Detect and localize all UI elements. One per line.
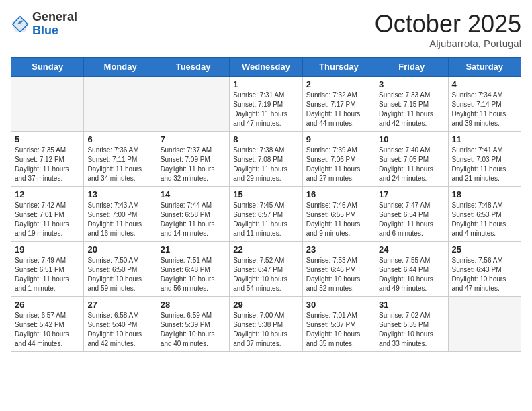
calendar-cell: 27Sunrise: 6:58 AM Sunset: 5:40 PM Dayli… bbox=[84, 296, 157, 351]
day-info: Sunrise: 7:35 AM Sunset: 7:12 PM Dayligh… bbox=[15, 146, 80, 183]
day-of-week-header: Thursday bbox=[302, 57, 375, 76]
calendar-cell: 21Sunrise: 7:51 AM Sunset: 6:48 PM Dayli… bbox=[157, 241, 229, 296]
day-info: Sunrise: 7:02 AM Sunset: 5:35 PM Dayligh… bbox=[379, 311, 444, 349]
day-number: 27 bbox=[87, 300, 152, 310]
day-info: Sunrise: 7:39 AM Sunset: 7:06 PM Dayligh… bbox=[306, 146, 371, 183]
day-info: Sunrise: 6:58 AM Sunset: 5:40 PM Dayligh… bbox=[87, 311, 152, 349]
calendar-cell: 13Sunrise: 7:43 AM Sunset: 7:00 PM Dayli… bbox=[84, 186, 157, 241]
location: Aljubarrota, Portugal bbox=[375, 38, 521, 49]
day-info: Sunrise: 7:31 AM Sunset: 7:19 PM Dayligh… bbox=[233, 91, 298, 128]
day-number: 31 bbox=[379, 300, 444, 310]
calendar-header-row: SundayMondayTuesdayWednesdayThursdayFrid… bbox=[11, 57, 521, 76]
calendar-cell: 16Sunrise: 7:46 AM Sunset: 6:55 PM Dayli… bbox=[302, 186, 375, 241]
logo-icon bbox=[11, 15, 30, 34]
calendar-cell: 6Sunrise: 7:36 AM Sunset: 7:11 PM Daylig… bbox=[84, 131, 157, 186]
day-number: 8 bbox=[233, 134, 298, 144]
day-info: Sunrise: 7:45 AM Sunset: 6:57 PM Dayligh… bbox=[233, 201, 298, 238]
day-number: 3 bbox=[379, 79, 444, 89]
calendar-cell: 24Sunrise: 7:55 AM Sunset: 6:44 PM Dayli… bbox=[375, 241, 448, 296]
day-number: 12 bbox=[15, 189, 80, 199]
logo: General Blue bbox=[11, 11, 77, 38]
calendar-cell: 7Sunrise: 7:37 AM Sunset: 7:09 PM Daylig… bbox=[157, 131, 229, 186]
day-info: Sunrise: 7:41 AM Sunset: 7:03 PM Dayligh… bbox=[452, 146, 517, 183]
calendar-cell: 11Sunrise: 7:41 AM Sunset: 7:03 PM Dayli… bbox=[448, 131, 521, 186]
day-info: Sunrise: 7:55 AM Sunset: 6:44 PM Dayligh… bbox=[379, 256, 444, 293]
day-info: Sunrise: 7:36 AM Sunset: 7:11 PM Dayligh… bbox=[87, 146, 152, 183]
day-number: 17 bbox=[379, 189, 444, 199]
calendar-cell bbox=[448, 296, 521, 351]
day-info: Sunrise: 7:01 AM Sunset: 5:37 PM Dayligh… bbox=[306, 311, 371, 349]
calendar-cell: 18Sunrise: 7:48 AM Sunset: 6:53 PM Dayli… bbox=[448, 186, 521, 241]
day-number: 21 bbox=[161, 244, 226, 255]
calendar-cell: 9Sunrise: 7:39 AM Sunset: 7:06 PM Daylig… bbox=[302, 131, 375, 186]
day-of-week-header: Sunday bbox=[11, 57, 84, 76]
day-of-week-header: Monday bbox=[84, 57, 157, 76]
calendar-cell: 12Sunrise: 7:42 AM Sunset: 7:01 PM Dayli… bbox=[11, 186, 84, 241]
day-info: Sunrise: 7:52 AM Sunset: 6:47 PM Dayligh… bbox=[233, 256, 298, 293]
svg-marker-1 bbox=[11, 15, 28, 32]
calendar-cell: 15Sunrise: 7:45 AM Sunset: 6:57 PM Dayli… bbox=[230, 186, 302, 241]
day-number: 16 bbox=[306, 189, 371, 199]
day-info: Sunrise: 7:50 AM Sunset: 6:50 PM Dayligh… bbox=[87, 256, 152, 293]
calendar-cell: 25Sunrise: 7:56 AM Sunset: 6:43 PM Dayli… bbox=[448, 241, 521, 296]
calendar-cell: 26Sunrise: 6:57 AM Sunset: 5:42 PM Dayli… bbox=[11, 296, 84, 351]
day-info: Sunrise: 7:49 AM Sunset: 6:51 PM Dayligh… bbox=[15, 256, 80, 293]
day-number: 15 bbox=[233, 189, 298, 199]
day-number: 9 bbox=[306, 134, 371, 144]
day-info: Sunrise: 6:59 AM Sunset: 5:39 PM Dayligh… bbox=[161, 311, 226, 349]
calendar-cell: 30Sunrise: 7:01 AM Sunset: 5:37 PM Dayli… bbox=[302, 296, 375, 351]
day-number: 23 bbox=[306, 244, 371, 255]
day-info: Sunrise: 7:34 AM Sunset: 7:14 PM Dayligh… bbox=[452, 91, 517, 128]
day-of-week-header: Friday bbox=[375, 57, 448, 76]
calendar-cell: 23Sunrise: 7:53 AM Sunset: 6:46 PM Dayli… bbox=[302, 241, 375, 296]
day-number: 2 bbox=[306, 79, 371, 89]
calendar-cell: 28Sunrise: 6:59 AM Sunset: 5:39 PM Dayli… bbox=[157, 296, 229, 351]
calendar-cell: 3Sunrise: 7:33 AM Sunset: 7:15 PM Daylig… bbox=[375, 76, 448, 131]
day-number: 5 bbox=[15, 134, 80, 144]
logo-general: General bbox=[32, 11, 77, 24]
calendar-cell: 20Sunrise: 7:50 AM Sunset: 6:50 PM Dayli… bbox=[84, 241, 157, 296]
logo-blue: Blue bbox=[32, 24, 58, 37]
day-info: Sunrise: 7:00 AM Sunset: 5:38 PM Dayligh… bbox=[233, 311, 298, 349]
calendar-cell: 8Sunrise: 7:38 AM Sunset: 7:08 PM Daylig… bbox=[230, 131, 302, 186]
calendar-cell: 5Sunrise: 7:35 AM Sunset: 7:12 PM Daylig… bbox=[11, 131, 84, 186]
calendar-week-row: 5Sunrise: 7:35 AM Sunset: 7:12 PM Daylig… bbox=[11, 131, 521, 186]
calendar-week-row: 12Sunrise: 7:42 AM Sunset: 7:01 PM Dayli… bbox=[11, 186, 521, 241]
day-number: 26 bbox=[15, 300, 80, 310]
day-info: Sunrise: 7:48 AM Sunset: 6:53 PM Dayligh… bbox=[452, 201, 517, 238]
calendar-cell bbox=[84, 76, 157, 131]
calendar-cell: 14Sunrise: 7:44 AM Sunset: 6:58 PM Dayli… bbox=[157, 186, 229, 241]
calendar-cell bbox=[11, 76, 84, 131]
day-info: Sunrise: 6:57 AM Sunset: 5:42 PM Dayligh… bbox=[15, 311, 80, 349]
logo-text: General Blue bbox=[32, 11, 77, 38]
calendar-week-row: 26Sunrise: 6:57 AM Sunset: 5:42 PM Dayli… bbox=[11, 296, 521, 351]
calendar-cell bbox=[157, 76, 229, 131]
day-of-week-header: Wednesday bbox=[230, 57, 302, 76]
day-number: 4 bbox=[452, 79, 517, 89]
calendar-cell: 22Sunrise: 7:52 AM Sunset: 6:47 PM Dayli… bbox=[230, 241, 302, 296]
day-info: Sunrise: 7:38 AM Sunset: 7:08 PM Dayligh… bbox=[233, 146, 298, 183]
day-number: 22 bbox=[233, 244, 298, 255]
day-number: 1 bbox=[233, 79, 298, 89]
calendar-cell: 2Sunrise: 7:32 AM Sunset: 7:17 PM Daylig… bbox=[302, 76, 375, 131]
day-number: 18 bbox=[452, 189, 517, 199]
calendar-cell: 31Sunrise: 7:02 AM Sunset: 5:35 PM Dayli… bbox=[375, 296, 448, 351]
day-number: 7 bbox=[161, 134, 226, 144]
calendar-cell: 19Sunrise: 7:49 AM Sunset: 6:51 PM Dayli… bbox=[11, 241, 84, 296]
day-info: Sunrise: 7:43 AM Sunset: 7:00 PM Dayligh… bbox=[87, 201, 152, 238]
day-number: 25 bbox=[452, 244, 517, 255]
day-info: Sunrise: 7:47 AM Sunset: 6:54 PM Dayligh… bbox=[379, 201, 444, 238]
day-number: 6 bbox=[87, 134, 152, 144]
calendar-cell: 1Sunrise: 7:31 AM Sunset: 7:19 PM Daylig… bbox=[230, 76, 302, 131]
calendar-week-row: 1Sunrise: 7:31 AM Sunset: 7:19 PM Daylig… bbox=[11, 76, 521, 131]
calendar-cell: 4Sunrise: 7:34 AM Sunset: 7:14 PM Daylig… bbox=[448, 76, 521, 131]
calendar-cell: 29Sunrise: 7:00 AM Sunset: 5:38 PM Dayli… bbox=[230, 296, 302, 351]
day-number: 20 bbox=[87, 244, 152, 255]
day-info: Sunrise: 7:37 AM Sunset: 7:09 PM Dayligh… bbox=[161, 146, 226, 183]
day-info: Sunrise: 7:56 AM Sunset: 6:43 PM Dayligh… bbox=[452, 256, 517, 293]
page-header: General Blue October 2025 Aljubarrota, P… bbox=[11, 11, 521, 49]
calendar-cell: 17Sunrise: 7:47 AM Sunset: 6:54 PM Dayli… bbox=[375, 186, 448, 241]
day-info: Sunrise: 7:40 AM Sunset: 7:05 PM Dayligh… bbox=[379, 146, 444, 183]
day-of-week-header: Tuesday bbox=[157, 57, 229, 76]
day-number: 29 bbox=[233, 300, 298, 310]
